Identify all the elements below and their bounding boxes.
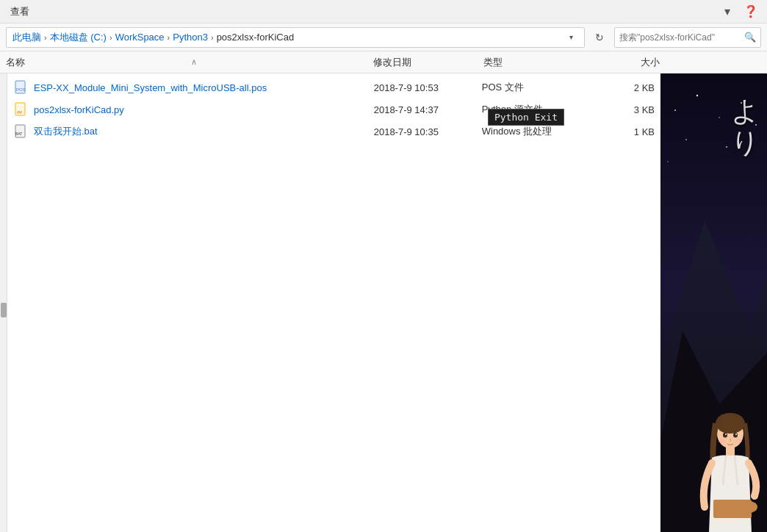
file-type: Windows 批处理 [482,125,597,138]
sep3: › [168,33,170,42]
file-size: 1 KB [597,126,655,137]
svg-text:BAT: BAT [15,132,22,136]
svg-text:.py: .py [16,109,22,114]
sep1: › [44,33,47,42]
side-panel-bg: より [660,73,767,532]
file-date: 2018-7-9 14:37 [374,104,482,115]
svg-point-15 [667,161,669,162]
file-name[interactable]: ESP-XX_Module_Mini_System_with_MicroUSB-… [34,82,374,93]
col-type-header[interactable]: 类型 [483,56,601,69]
col-date-header[interactable]: 修改日期 [373,56,483,69]
svg-point-16 [726,146,727,148]
jp-text: より [727,79,761,143]
column-header: 名称 ∧ 修改日期 类型 大小 [0,51,767,73]
file-area: POS ESP-XX_Module_Mini_System_with_Micro… [0,73,767,532]
svg-point-10 [696,95,698,96]
file-icon-py: .py [13,101,29,118]
file-size: 2 KB [597,82,655,93]
col-up-arrow[interactable]: ∧ [191,57,197,67]
file-icon-pos: POS [13,79,29,96]
breadcrumb-python3[interactable]: Python3 [173,32,208,43]
svg-point-18 [716,413,745,434]
view-menu-item[interactable]: 查看 [6,2,34,21]
svg-text:POS: POS [16,87,26,92]
breadcrumb-c[interactable]: 本地磁盘 (C:) [50,31,107,44]
svg-point-27 [740,501,757,513]
file-size: 3 KB [597,104,655,115]
search-container: 🔍 [614,27,761,48]
search-icon[interactable]: 🔍 [744,32,756,43]
search-input[interactable] [619,32,744,43]
file-date: 2018-7-9 10:53 [374,82,482,93]
top-bar: 查看 ▾ ❓ [0,0,767,24]
svg-point-22 [735,434,737,435]
sep2: › [109,33,112,42]
breadcrumb-workspace[interactable]: WorkSpace [115,32,165,43]
svg-point-19 [723,433,727,438]
breadcrumb-pc[interactable]: 此电脑 [12,31,41,44]
svg-point-23 [719,439,726,443]
svg-point-11 [719,117,720,118]
refresh-button[interactable]: ↻ [589,27,610,48]
breadcrumb[interactable]: 此电脑 › 本地磁盘 (C:) › WorkSpace › Python3 › … [6,27,585,48]
file-list: POS ESP-XX_Module_Mini_System_with_Micro… [7,73,660,532]
svg-point-21 [725,434,727,435]
scrollbar-thumb[interactable] [1,303,7,317]
side-panel: より [660,73,767,532]
left-scrollbar[interactable] [0,73,7,532]
top-bar-right: ▾ ❓ [717,1,761,22]
file-icon-bat: BAT [13,123,29,140]
col-name-header[interactable]: 名称 [6,56,373,69]
address-bar: 此电脑 › 本地磁盘 (C:) › WorkSpace › Python3 › … [0,24,767,51]
sep4: › [211,33,214,42]
breadcrumb-dropdown[interactable]: ▾ [563,30,578,45]
table-row[interactable]: POS ESP-XX_Module_Mini_System_with_Micro… [7,76,660,98]
table-row[interactable]: .py pos2xlsx-forKiCad.py 2018-7-9 14:37 … [7,98,660,121]
file-type: Python 源文件 [482,103,597,116]
help-btn[interactable]: ❓ [741,1,761,22]
col-size-header[interactable]: 大小 [601,56,660,69]
svg-point-13 [685,139,687,140]
file-name[interactable]: 双击我开始.bat [34,125,374,138]
file-date: 2018-7-9 10:35 [374,126,482,137]
file-name[interactable]: pos2xlsx-forKiCad.py [34,104,374,115]
breadcrumb-current: pos2xlsx-forKiCad [217,32,295,43]
dropdown-btn[interactable]: ▾ [717,1,738,22]
file-type: POS 文件 [482,81,597,94]
svg-point-24 [735,439,742,443]
table-row[interactable]: BAT 双击我开始.bat 2018-7-9 10:35 Windows 批处理… [7,121,660,143]
svg-point-20 [733,433,738,438]
svg-point-9 [674,109,676,111]
